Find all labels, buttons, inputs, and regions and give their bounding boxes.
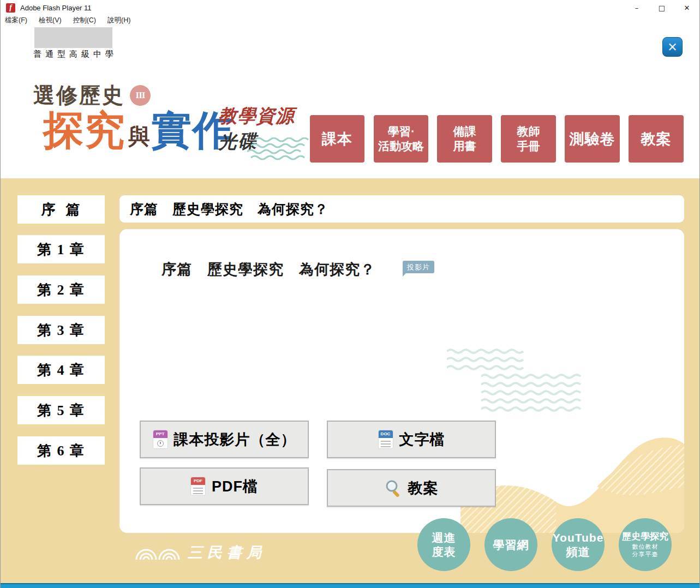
nav-button-test-papers[interactable]: 測驗卷: [565, 115, 620, 163]
menubar: 檔案(F) 檢視(V) 控制(C) 說明(H): [1, 15, 699, 26]
sidebar-item-chapter-5[interactable]: 第 5 章: [17, 396, 105, 424]
lesson-plan-button[interactable]: 教案: [327, 469, 496, 507]
pdf-file-button[interactable]: PDF PDF檔: [140, 467, 309, 505]
nav-button-teacher-manual[interactable]: 教師 手冊: [501, 115, 556, 163]
hill-decoration: [460, 399, 684, 533]
sidebar-item-preface[interactable]: 序 篇: [17, 195, 105, 224]
main-body: 序 篇 第 1 章 第 2 章 第 3 章 第 4 章 第 5 章 第 6 章 …: [1, 178, 699, 583]
maximize-icon[interactable]: □: [649, 0, 674, 15]
lesson-plan-label: 教案: [408, 478, 439, 498]
flash-player-window: f Adobe Flash Player 11 – □ ✕ 檔案(F) 檢視(V…: [0, 0, 700, 588]
learning-site-label: 學習網: [493, 538, 529, 551]
publisher-name: 三民書局: [188, 543, 266, 562]
doc-icon-label: DOC: [379, 430, 393, 438]
pdf-file-icon: PDF: [190, 477, 206, 496]
pdf-icon-label: PDF: [191, 477, 205, 485]
magnifier-icon: [385, 479, 402, 497]
textbook-slides-all-label: 課本投影片（全）: [174, 430, 296, 449]
header-band: 普通型高級中學 ✕ 選修歷史 III 探究 與 實作 教學資源 光碟 課本 學習…: [1, 26, 699, 178]
main-title-word1: 探究: [43, 110, 126, 151]
sidebar-item-chapter-1[interactable]: 第 1 章: [17, 235, 105, 263]
volume-badge: III: [130, 85, 151, 106]
nav-button-textbook[interactable]: 課本: [310, 115, 364, 163]
main-title: 探究 與 實作: [43, 110, 234, 151]
sidebar-item-chapter-2[interactable]: 第 2 章: [17, 275, 105, 304]
history-inquiry-platform-label: 歷史學探究: [622, 531, 668, 542]
youtube-channel-label: YouTube 頻道: [553, 531, 604, 558]
series-title: 選修歷史: [33, 81, 125, 110]
publisher-arches-icon: [134, 544, 182, 561]
sidebar-item-chapter-4[interactable]: 第 4 章: [17, 356, 105, 384]
content-panel: 序篇 歷史學探究 為何探究？ 投影片: [119, 229, 684, 533]
clock-glyph: [157, 440, 164, 447]
flash-player-icon: f: [6, 3, 15, 13]
pdf-file-label: PDF檔: [212, 477, 258, 496]
doc-lines-glyph: [381, 441, 391, 447]
doc-file-icon: DOC: [378, 430, 393, 449]
bottom-accent-strip: [1, 583, 699, 588]
nav-button-lesson-plan[interactable]: 教案: [629, 115, 684, 163]
menu-file[interactable]: 檔案(F): [5, 16, 33, 25]
window-controls: – □ ✕: [624, 0, 699, 15]
history-inquiry-platform-link[interactable]: 歷史學探究 數位教材 分享平臺: [619, 518, 672, 571]
app-close-icon: ✕: [667, 40, 677, 54]
close-icon[interactable]: ✕: [674, 0, 699, 15]
ppt-icon-label: PPT: [153, 430, 167, 438]
wave-decoration-small: [447, 348, 526, 376]
series-title-row: 選修歷史 III: [33, 81, 151, 110]
pdf-lines-glyph: [193, 488, 203, 494]
school-logo-placeholder: [34, 27, 112, 48]
minimize-icon[interactable]: –: [624, 0, 649, 15]
titlebar: f Adobe Flash Player 11 – □ ✕: [1, 0, 699, 15]
ppt-file-icon: PPT: [153, 430, 168, 449]
sidebar-item-chapter-3[interactable]: 第 3 章: [17, 316, 105, 344]
weekly-progress-label: 週進 度表: [432, 531, 456, 558]
learning-site-link[interactable]: 學習網: [484, 518, 537, 571]
textbook-slides-all-button[interactable]: PPT 課本投影片（全）: [140, 421, 309, 458]
window-title: Adobe Flash Player 11: [20, 4, 92, 12]
publisher-logo: 三民書局: [134, 543, 266, 562]
panel-heading: 序篇 歷史學探究 為何探究？: [161, 260, 375, 279]
text-file-label: 文字檔: [399, 430, 445, 449]
youtube-channel-link[interactable]: YouTube 頻道: [552, 518, 605, 571]
sidebar-item-chapter-6[interactable]: 第 6 章: [17, 436, 105, 465]
section-title-bar: 序篇 歷史學探究 為何探究？: [119, 195, 684, 223]
app-close-button[interactable]: ✕: [662, 37, 683, 57]
main-title-conjunction: 與: [128, 125, 150, 147]
nav-button-lesson-prep-book[interactable]: 備課 用書: [437, 115, 492, 163]
menu-view[interactable]: 檢視(V): [39, 16, 68, 25]
school-label: 普通型高級中學: [33, 49, 117, 59]
history-inquiry-platform-sublabel: 數位教材 分享平臺: [632, 543, 659, 559]
slides-tag: 投影片: [403, 261, 434, 273]
weekly-progress-link[interactable]: 週進 度表: [417, 518, 470, 571]
subtitle-teaching-resources: 教學資源: [218, 104, 295, 129]
section-title: 序篇 歷史學探究 為何探究？: [130, 200, 328, 218]
wave-decoration-subtitle: [247, 137, 312, 161]
menu-control[interactable]: 控制(C): [73, 16, 102, 25]
nav-button-learning-activity-guide[interactable]: 學習‧ 活動攻略: [374, 115, 428, 163]
menu-help[interactable]: 說明(H): [107, 16, 136, 25]
text-file-button[interactable]: DOC 文字檔: [327, 421, 496, 458]
